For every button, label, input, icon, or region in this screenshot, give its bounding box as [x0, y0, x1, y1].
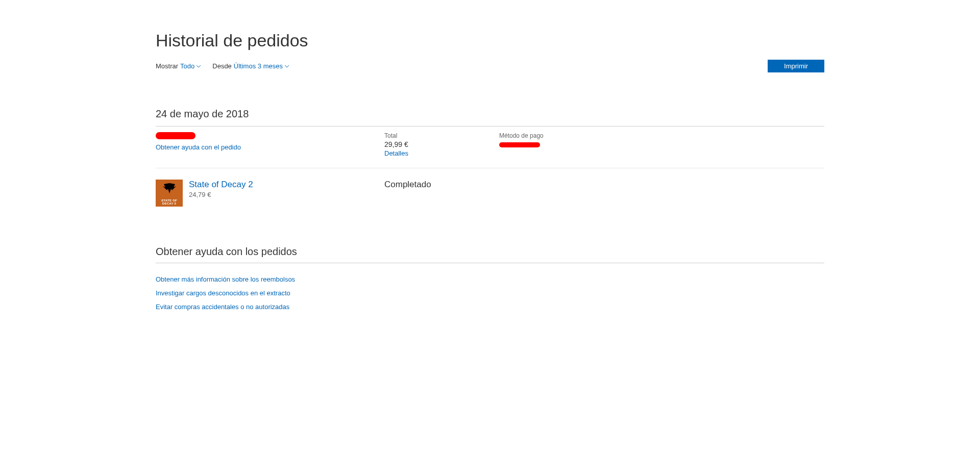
help-link-purchases[interactable]: Evitar compras accidentales o no autoriz… [156, 303, 824, 311]
chevron-down-icon [284, 64, 289, 69]
show-filter-dropdown[interactable]: Todo [180, 62, 201, 70]
redacted-order-id [156, 132, 195, 139]
order-date: 24 de mayo de 2018 [156, 108, 824, 127]
total-value: 29,99 € [384, 140, 499, 148]
since-filter-label: Desde [212, 62, 232, 70]
help-with-order-link[interactable]: Obtener ayuda con el pedido [156, 143, 241, 151]
since-filter-value: Últimos 3 meses [234, 62, 283, 70]
order-summary: Obtener ayuda con el pedido Total 29,99 … [156, 127, 824, 168]
redacted-payment-method [499, 142, 540, 147]
chevron-down-icon [196, 64, 201, 69]
payment-method-label: Método de pago [499, 132, 824, 139]
help-link-charges[interactable]: Investigar cargos desconocidos en el ext… [156, 289, 824, 297]
thumb-text: STATE OF DECAY 2 [156, 199, 183, 205]
eagle-icon [162, 182, 177, 193]
help-links: Obtener más información sobre los reembo… [156, 275, 824, 311]
total-label: Total [384, 132, 499, 139]
show-filter-label: Mostrar [156, 62, 178, 70]
show-filter-value: Todo [180, 62, 194, 70]
filter-row: Mostrar Todo Desde Últimos 3 meses I [156, 60, 824, 72]
item-thumbnail[interactable]: STATE OF DECAY 2 [156, 180, 183, 207]
item-title-link[interactable]: State of Decay 2 [189, 180, 253, 189]
help-link-refunds[interactable]: Obtener más información sobre los reembo… [156, 275, 824, 283]
print-button[interactable]: Imprimir [768, 60, 824, 72]
details-link[interactable]: Detalles [384, 149, 408, 157]
page-title: Historial de pedidos [156, 31, 824, 50]
item-status: Completado [384, 180, 431, 190]
since-filter: Desde Últimos 3 meses [212, 62, 289, 70]
show-filter: Mostrar Todo [156, 62, 201, 70]
item-price: 24,79 € [189, 191, 384, 198]
help-heading: Obtener ayuda con los pedidos [156, 246, 824, 263]
since-filter-dropdown[interactable]: Últimos 3 meses [234, 62, 289, 70]
order-item: STATE OF DECAY 2 State of Decay 2 24,79 … [156, 168, 824, 218]
